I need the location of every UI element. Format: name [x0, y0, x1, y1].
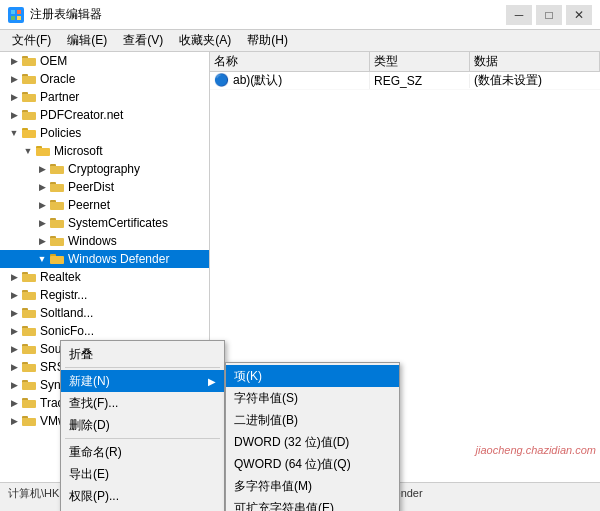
tree-label: SystemCertificates: [68, 216, 168, 230]
expand-icon[interactable]: ▶: [8, 109, 20, 121]
main-content: ▶OEM▶Oracle▶Partner▶PDFCreator.net▼Polic…: [0, 52, 600, 482]
folder-icon: [22, 325, 36, 337]
context-menu-item[interactable]: 新建(N)▶: [61, 370, 224, 392]
expand-icon[interactable]: ▶: [36, 181, 48, 193]
folder-icon: [22, 307, 36, 319]
tree-item[interactable]: ▶Partner: [0, 88, 209, 106]
expand-icon[interactable]: ▶: [8, 73, 20, 85]
expand-icon[interactable]: ▶: [8, 415, 20, 427]
tree-item[interactable]: ▶Peernet: [0, 196, 209, 214]
tree-item[interactable]: ▶PDFCreator.net: [0, 106, 209, 124]
context-menu-item[interactable]: 重命名(R): [61, 441, 224, 463]
expand-icon[interactable]: ▶: [36, 217, 48, 229]
context-menu-item[interactable]: 查找(F)...: [61, 392, 224, 414]
expand-icon[interactable]: ▶: [8, 325, 20, 337]
menu-item[interactable]: 帮助(H): [239, 30, 296, 51]
svg-rect-39: [22, 364, 36, 372]
submenu-item[interactable]: 项(K): [226, 365, 399, 387]
menu-item[interactable]: 收藏夹(A): [171, 30, 239, 51]
tree-item[interactable]: ▶Windows: [0, 232, 209, 250]
submenu-item[interactable]: 二进制值(B): [226, 409, 399, 431]
expand-icon[interactable]: ▼: [22, 145, 34, 157]
expand-icon[interactable]: ▶: [8, 307, 20, 319]
context-menu-item[interactable]: 导出(E): [61, 463, 224, 485]
col-header-type[interactable]: 类型: [370, 52, 470, 71]
folder-icon: [50, 217, 64, 229]
submenu-item[interactable]: DWORD (32 位)值(D): [226, 431, 399, 453]
menu-item[interactable]: 查看(V): [115, 30, 171, 51]
maximize-button[interactable]: □: [536, 5, 562, 25]
folder-icon: [22, 343, 36, 355]
menu-item[interactable]: 文件(F): [4, 30, 59, 51]
menubar: 文件(F)编辑(E)查看(V)收藏夹(A)帮助(H): [0, 30, 600, 52]
tree-label: Registr...: [40, 288, 87, 302]
svg-rect-41: [22, 382, 36, 390]
tree-item[interactable]: ▼Policies: [0, 124, 209, 142]
expand-icon[interactable]: ▶: [8, 91, 20, 103]
submenu: 项(K)字符串值(S)二进制值(B)DWORD (32 位)值(D)QWORD …: [225, 362, 400, 511]
submenu-item[interactable]: QWORD (64 位)值(Q): [226, 453, 399, 475]
tree-label: Realtek: [40, 270, 81, 284]
context-menu-item[interactable]: 折叠: [61, 343, 224, 365]
svg-rect-29: [22, 274, 36, 282]
folder-icon: [50, 181, 64, 193]
expand-icon[interactable]: ▼: [8, 127, 20, 139]
tree-item[interactable]: ▶PeerDist: [0, 178, 209, 196]
tree-item[interactable]: ▼Windows Defender: [0, 250, 209, 268]
tree-item[interactable]: ▶Cryptography: [0, 160, 209, 178]
minimize-button[interactable]: ─: [506, 5, 532, 25]
tree-item[interactable]: ▶SonicFo...: [0, 322, 209, 340]
close-button[interactable]: ✕: [566, 5, 592, 25]
submenu-item[interactable]: 可扩充字符串值(E): [226, 497, 399, 511]
tree-item[interactable]: ▶Registr...: [0, 286, 209, 304]
folder-icon: [22, 127, 36, 139]
submenu-item[interactable]: 多字符串值(M): [226, 475, 399, 497]
svg-rect-1: [17, 10, 21, 14]
tree-item[interactable]: ▶SystemCertificates: [0, 214, 209, 232]
svg-rect-21: [50, 202, 64, 210]
app-icon: [8, 7, 24, 23]
svg-rect-5: [22, 58, 36, 66]
expand-icon[interactable]: ▼: [36, 253, 48, 265]
svg-rect-7: [22, 76, 36, 84]
tree-label: Policies: [40, 126, 81, 140]
menu-item[interactable]: 编辑(E): [59, 30, 115, 51]
tree-label: Windows Defender: [68, 252, 169, 266]
context-menu: 折叠新建(N)▶查找(F)...删除(D)重命名(R)导出(E)权限(P)...…: [60, 340, 225, 511]
expand-icon[interactable]: ▶: [8, 55, 20, 67]
table-row[interactable]: 🔵ab)(默认)REG_SZ(数值未设置): [210, 72, 600, 90]
context-menu-item[interactable]: 删除(D): [61, 414, 224, 436]
window-title: 注册表编辑器: [30, 6, 506, 23]
tree-item[interactable]: ▶Soltland...: [0, 304, 209, 322]
tree-label: Peernet: [68, 198, 110, 212]
cell-name: 🔵ab)(默认): [210, 72, 370, 89]
tree-item[interactable]: ▶Realtek: [0, 268, 209, 286]
tree-item[interactable]: ▶Oracle: [0, 70, 209, 88]
tree-item[interactable]: ▼Microsoft: [0, 142, 209, 160]
svg-rect-43: [22, 400, 36, 408]
expand-icon[interactable]: ▶: [8, 271, 20, 283]
expand-icon[interactable]: ▶: [36, 199, 48, 211]
expand-icon[interactable]: ▶: [36, 235, 48, 247]
col-header-data[interactable]: 数据: [470, 52, 600, 71]
expand-icon[interactable]: ▶: [8, 379, 20, 391]
tree-item[interactable]: ▶OEM: [0, 52, 209, 70]
folder-icon: [22, 289, 36, 301]
folder-icon: [22, 55, 36, 67]
expand-icon[interactable]: ▶: [8, 343, 20, 355]
submenu-item[interactable]: 字符串值(S): [226, 387, 399, 409]
svg-rect-11: [22, 112, 36, 120]
col-header-name[interactable]: 名称: [210, 52, 370, 71]
tree-label: Cryptography: [68, 162, 140, 176]
expand-icon[interactable]: ▶: [8, 289, 20, 301]
expand-icon[interactable]: ▶: [8, 361, 20, 373]
svg-rect-17: [50, 166, 64, 174]
svg-rect-15: [36, 148, 50, 156]
svg-rect-23: [50, 220, 64, 228]
expand-icon[interactable]: ▶: [36, 163, 48, 175]
context-menu-item[interactable]: 复制项名称(C): [61, 507, 224, 511]
context-menu-item[interactable]: 权限(P)...: [61, 485, 224, 507]
tree-label: Soltland...: [40, 306, 93, 320]
svg-rect-25: [50, 238, 64, 246]
expand-icon[interactable]: ▶: [8, 397, 20, 409]
